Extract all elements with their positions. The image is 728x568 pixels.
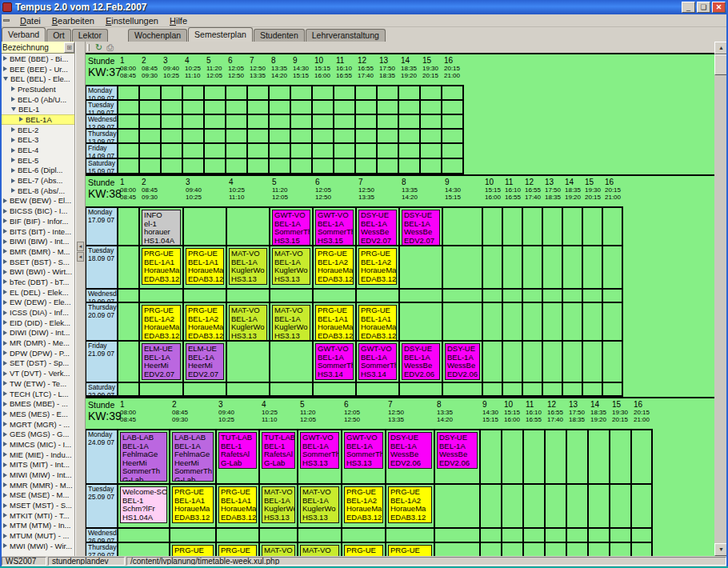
collapsed-icon[interactable] <box>3 543 7 548</box>
sidebar-item-bel-1a[interactable]: BEL-1A <box>0 114 74 125</box>
event-prg-ue[interactable]: PRG-UEBEL-1A2HoraueMaEDAB3.12 <box>186 305 224 340</box>
event-prg-ue[interactable]: PRG-UEBEL-1A2HoraueMaEDAB3.12 <box>172 545 214 556</box>
collapsed-icon[interactable] <box>3 279 7 284</box>
collapsed-icon[interactable] <box>3 482 7 487</box>
sidebar-item-el[interactable]: EL (DEL) - Elek... <box>0 287 74 298</box>
event-dsy-ue[interactable]: DSY-UEBEL-1AWessBeEDV2.06 <box>437 432 478 469</box>
collapsed-icon[interactable] <box>11 188 15 193</box>
sidebar-item-tw[interactable]: TW (ETW) - Te... <box>0 378 74 389</box>
event-info[interactable]: INFOel-1horauerHS1.04A <box>142 210 181 245</box>
sidebar-item-bel-2[interactable]: BEL-2 <box>0 125 74 135</box>
event-gwt-vo[interactable]: GWT-VOBEL-1ASommerThHS3.15 <box>315 210 354 245</box>
sidebar-item-bee[interactable]: BEE (BEE) - Ur... <box>0 64 74 74</box>
sidebar-item-mie[interactable]: MIE (MIE) - Indu... <box>0 450 74 460</box>
collapsed-icon[interactable] <box>3 198 7 203</box>
event-prg-ue[interactable]: PRG-UEBEL-1A2HoraueMaEDAB3.12 <box>388 486 432 523</box>
collapsed-icon[interactable] <box>3 66 7 71</box>
sidebar-item-mes[interactable]: MES (MES) - E... <box>0 409 74 419</box>
columns-icon[interactable]: ⊞ <box>64 42 74 53</box>
collapsed-icon[interactable] <box>3 229 7 234</box>
sidebar-item-bel[interactable]: BEL (BEL) - Ele... <box>0 74 74 84</box>
sidebar-item-bel-6[interactable]: BEL-6 (Dipl... <box>0 166 74 176</box>
event-mat-vo[interactable]: MAT-VOBEL-1AKuglerWoHS3.13 <box>272 305 310 340</box>
event-mat-vo[interactable]: MAT-VOBEL-1AKuglerWoHS3.13 <box>229 248 267 285</box>
collapsed-icon[interactable] <box>3 503 7 508</box>
sidebar-item-biwi[interactable]: BIWI (BIW) - Int... <box>0 236 74 246</box>
sidebar-item-tech[interactable]: TECH (LTC) - L... <box>0 389 74 399</box>
event-dsy-ue[interactable]: DSY-UEBEL-1AWessBeEDV2.07 <box>358 210 397 245</box>
print-icon[interactable]: ⎙ <box>106 43 114 52</box>
event-lab-lab[interactable]: LAB-LABBEL-1AFehlmaGeHeerMiSommerThG-Lab <box>172 432 214 482</box>
event-elm-ue[interactable]: ELM-UEBEL-1AHeerMiEDV2.07 <box>142 343 181 380</box>
collapsed-icon[interactable] <box>3 402 7 406</box>
event-mat-vo[interactable]: MAT-VOBEL-1AKuglerWoHS3.13 <box>300 486 339 523</box>
collapsed-icon[interactable] <box>3 218 7 223</box>
sidebar-item-diwi[interactable]: DIWI (DIW) - Int... <box>0 328 74 338</box>
collapsed-icon[interactable] <box>3 249 7 254</box>
sidebar-item-prestudent[interactable]: PreStudent <box>0 84 74 94</box>
collapsed-icon[interactable] <box>3 310 7 315</box>
sidebar-item-bew[interactable]: BEW (BEW) - El... <box>0 196 74 206</box>
collapsed-icon[interactable] <box>3 452 7 457</box>
collapsed-icon[interactable] <box>3 320 7 325</box>
sidebar-item-icss[interactable]: ICSS (DIA) - Inf... <box>0 307 74 318</box>
event-gwt-vo[interactable]: GWT-VOBEL-1ASommerThHS3.15 <box>272 210 310 245</box>
collapsed-icon[interactable] <box>11 127 15 132</box>
collapsed-icon[interactable] <box>3 361 7 366</box>
collapse-left-icon[interactable]: ◂ <box>77 242 84 251</box>
event-prg-ue[interactable]: PRG-UEBEL-1A1HoraueMaEDAB3.12 <box>315 305 354 340</box>
sidebar-item-bset[interactable]: BSET (BST) - S... <box>0 257 74 267</box>
collapsed-icon[interactable] <box>3 371 7 376</box>
collapsed-icon[interactable] <box>3 209 7 214</box>
collapsed-icon[interactable] <box>3 341 7 346</box>
sidebar-item-mr[interactable]: MR (DMR) - Me... <box>0 338 74 348</box>
tab-lehrveranstaltung[interactable]: Lehrveranstaltung <box>306 29 386 42</box>
sidebar-item-mtum[interactable]: MTUM (MUT) - ... <box>0 530 74 541</box>
close-button[interactable]: ✕ <box>712 2 726 13</box>
event-prg-ue[interactable]: PRG-UEBEL-1A2HoraueMaEDAB3.12 <box>358 248 397 285</box>
collapsed-icon[interactable] <box>11 178 15 183</box>
sidebar-item-eid[interactable]: EID (DID) - Elek... <box>0 318 74 328</box>
event-prg-ue[interactable]: PRG-UEBEL-1A2HoraueMaEDAB3.12 <box>142 305 181 340</box>
menu-item-datei[interactable]: Datei <box>14 15 46 26</box>
event-prg-ue[interactable]: PRG-UEBEL-1A1HoraueMaEDAB3.12 <box>186 248 224 285</box>
event-mat-vo[interactable]: MAT-VOBEL-1AKuglerWoHS3.13 <box>300 545 339 556</box>
event-gwt-vo[interactable]: GWT-VOBEL-1ASommerThHS3.14 <box>358 343 397 380</box>
event-elm-ue[interactable]: ELM-UEBEL-1AHeerMiEDV2.07 <box>186 343 224 380</box>
tab-lektor[interactable]: Lektor <box>72 29 108 42</box>
collapsed-icon[interactable] <box>3 462 7 467</box>
event-lab-lab[interactable]: LAB-LABBEL-1AFehlmaGeHeerMiSommerThG-Lab <box>120 432 167 482</box>
sidebar-item-bel-5[interactable]: BEL-5 <box>0 155 74 166</box>
collapsed-icon[interactable] <box>11 158 15 162</box>
collapsed-icon[interactable] <box>19 117 23 122</box>
sidebar-item-bel-7[interactable]: BEL-7 (Abs... <box>0 175 74 186</box>
event-dsy-ue[interactable]: DSY-UEBEL-1AWessBeEDV2.06 <box>402 343 440 380</box>
event-gwt-vo[interactable]: GWT-VOBEL-1ASommerThHS3.13 <box>300 432 339 469</box>
collapsed-icon[interactable] <box>3 442 7 446</box>
collapsed-icon[interactable] <box>11 138 15 142</box>
tab-verband[interactable]: Verband <box>2 27 46 42</box>
collapsed-icon[interactable] <box>3 523 7 528</box>
sidebar-item-bits[interactable]: BITS (BIT) - Inte... <box>0 226 74 237</box>
sidebar-item-mset[interactable]: MSET (MST) - S... <box>0 500 74 510</box>
tab-wochenplan[interactable]: Wochenplan <box>128 29 187 42</box>
collapsed-icon[interactable] <box>3 391 7 396</box>
event-mat-vo[interactable]: MAT-VOBEL-1AKuglerWoHS3.13 <box>262 545 295 556</box>
menu-item-bearbeiten[interactable]: Bearbeiten <box>46 15 100 26</box>
event-tut-lab[interactable]: TUT-LABBEL-1RafetsAlG-Lab <box>218 432 257 469</box>
collapsed-icon[interactable] <box>3 381 7 386</box>
event-prg-ue[interactable]: PRG-UEBEL-1A1HoraueMaEDAB3.12 <box>142 248 181 285</box>
sidebar-item-bicss[interactable]: BICSS (BIC) - I... <box>0 206 74 216</box>
event-welcome-so[interactable]: Welcome-SOBEL-1Schm?lFrHS1.04A <box>120 486 167 523</box>
event-mat-vo[interactable]: MAT-VOBEL-1AKuglerWoHS3.13 <box>229 305 267 340</box>
sidebar-item-ges[interactable]: GES (MGS) - G... <box>0 429 74 439</box>
sidebar-item-set[interactable]: SET (DST) - Sp... <box>0 358 74 369</box>
collapsed-icon[interactable] <box>3 330 7 335</box>
sidebar-item-miwi[interactable]: MIWI (MIW) - Int... <box>0 470 74 480</box>
sidebar-item-bel-0[interactable]: BEL-0 (Ab/U... <box>0 94 74 105</box>
collapsed-icon[interactable] <box>3 259 7 264</box>
sidebar-item-mmr[interactable]: MMR (MMR) - M... <box>0 480 74 490</box>
collapsed-icon[interactable] <box>3 513 7 518</box>
collapsed-icon[interactable] <box>3 493 7 498</box>
sidebar-splitter[interactable]: ◂ ◂ <box>75 42 86 556</box>
